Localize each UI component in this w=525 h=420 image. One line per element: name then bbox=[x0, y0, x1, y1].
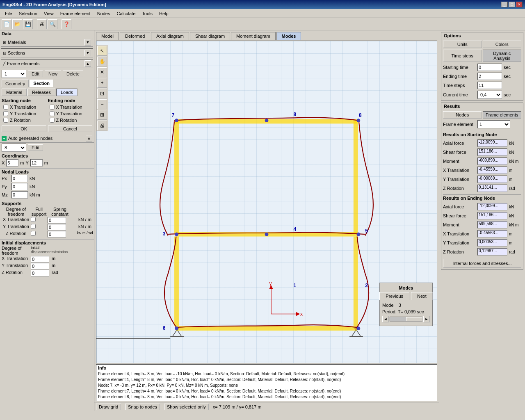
x-trans-s-unit: m bbox=[509, 168, 521, 173]
coord-x-input[interactable] bbox=[6, 159, 18, 167]
ending-time-input[interactable] bbox=[477, 73, 502, 80]
next-btn[interactable]: Next bbox=[411, 292, 433, 300]
tab-axial[interactable]: Axial diagram bbox=[151, 32, 189, 40]
scroll-track[interactable] bbox=[390, 317, 422, 322]
starting-time-input[interactable] bbox=[477, 64, 502, 71]
ok-btn[interactable]: OK bbox=[2, 126, 46, 132]
dynamic-analysis-btn[interactable]: Dynamic Analysis bbox=[483, 50, 522, 62]
snap-nodes-btn[interactable]: Snap to nodes bbox=[125, 404, 160, 410]
zr-spring-input[interactable] bbox=[48, 231, 66, 237]
scroll-thumb[interactable] bbox=[406, 317, 422, 321]
y-trans-s-row: Y Translation -0,00069... m bbox=[443, 176, 521, 183]
zoom-frame-tool[interactable]: ⊡ bbox=[97, 89, 107, 98]
tab-shear[interactable]: Shear diagram bbox=[190, 32, 230, 40]
main-area: Data ⊞ Materials ▼ ⊟ Sections ▼ ╱ Frame … bbox=[0, 30, 525, 411]
start-zr-check[interactable] bbox=[3, 118, 8, 123]
loads-subtab[interactable]: Loads bbox=[56, 89, 78, 96]
start-yt-check[interactable] bbox=[3, 111, 8, 116]
time-steps-input[interactable] bbox=[477, 82, 502, 89]
colors-btn[interactable]: Colors bbox=[483, 41, 522, 48]
save-tool-btn[interactable]: 💾 bbox=[23, 19, 33, 29]
menu-item-file[interactable]: File bbox=[2, 10, 16, 17]
info-line: Frame element:4, Length= 8 m, Ver. load=… bbox=[98, 371, 435, 377]
zoom-tool-btn[interactable]: 🔍 bbox=[48, 19, 57, 29]
edit-frame-btn[interactable]: Edit bbox=[28, 71, 43, 77]
material-subtab[interactable]: Material bbox=[2, 89, 27, 96]
restore-btn[interactable]: □ bbox=[509, 2, 515, 7]
end-zr-check[interactable] bbox=[50, 118, 55, 123]
print-canvas-tool[interactable]: 🖨 bbox=[97, 121, 107, 130]
mz-input[interactable] bbox=[11, 191, 28, 199]
scroll-left-btn[interactable]: ◄ bbox=[382, 316, 389, 322]
fit-tool[interactable]: ⊞ bbox=[97, 110, 107, 120]
canvas-view[interactable]: ↖ ✋ ✕ + ⊡ − ⊞ 🖨 x y bbox=[96, 41, 437, 363]
menu-item-calculate[interactable]: Calculate bbox=[113, 10, 139, 17]
zr-full-check[interactable] bbox=[31, 231, 36, 236]
y-trans-e-value: 0,00053... bbox=[477, 239, 507, 247]
show-selected-btn[interactable]: Show selected only bbox=[164, 404, 209, 410]
auto-node-edit-btn[interactable]: Edit bbox=[28, 144, 43, 151]
time-steps-btn[interactable]: Time steps bbox=[443, 50, 482, 62]
menu-item-tools[interactable]: Tools bbox=[139, 10, 156, 17]
print-tool-btn[interactable]: 🖨 bbox=[37, 19, 47, 29]
internal-forces-btn[interactable]: Internal forces and stresses... bbox=[443, 259, 521, 268]
current-time-select[interactable]: 0,4 bbox=[477, 91, 502, 99]
draw-grid-btn[interactable]: Draw grid bbox=[96, 404, 121, 410]
scroll-right-btn[interactable]: ► bbox=[423, 316, 430, 322]
menu-item-nodes[interactable]: Nodes bbox=[94, 10, 114, 17]
z-rot-s-label: Z Rotation bbox=[443, 186, 476, 191]
end-yt-check[interactable] bbox=[50, 111, 55, 116]
yt-full-check[interactable] bbox=[31, 224, 36, 229]
window-controls: _ □ ✕ bbox=[501, 2, 523, 7]
auto-nodes-collapse[interactable]: ▲ bbox=[86, 135, 92, 142]
section-tab[interactable]: Section bbox=[30, 80, 53, 87]
menu-item-selection[interactable]: Selection bbox=[16, 10, 41, 17]
xt-full-check[interactable] bbox=[31, 217, 36, 222]
units-btn[interactable]: Units bbox=[443, 41, 482, 48]
geometry-tab[interactable]: Geometry bbox=[2, 80, 29, 87]
zoom-in-tool[interactable]: + bbox=[97, 78, 107, 88]
coord-y-input[interactable] bbox=[30, 159, 43, 167]
tab-model[interactable]: Model bbox=[96, 32, 119, 40]
materials-collapse[interactable]: ▼ bbox=[84, 39, 91, 46]
new-frame-btn[interactable]: New bbox=[45, 71, 61, 77]
zoom-out-tool[interactable]: − bbox=[97, 99, 107, 109]
zr-init-input[interactable] bbox=[31, 270, 49, 276]
menu-item-frame element[interactable]: Frame element bbox=[57, 10, 94, 17]
start-xt-check[interactable] bbox=[3, 105, 8, 110]
sections-collapse[interactable]: ▼ bbox=[84, 50, 91, 56]
previous-btn[interactable]: Previous bbox=[379, 292, 409, 300]
xt-spring-input[interactable] bbox=[48, 217, 66, 224]
frame-elements-result-btn[interactable]: Frame elements bbox=[483, 111, 522, 119]
open-tool-btn[interactable]: 📂 bbox=[12, 19, 22, 29]
delete-frame-btn[interactable]: Delete bbox=[63, 71, 83, 77]
frame-elements-collapse[interactable]: ▲ bbox=[84, 60, 91, 67]
new-tool-btn[interactable]: 📄 bbox=[2, 19, 11, 29]
minimize-btn[interactable]: _ bbox=[501, 2, 508, 7]
tab-modes[interactable]: Modes bbox=[276, 32, 301, 40]
close-btn[interactable]: ✕ bbox=[516, 2, 523, 7]
yt-init-input[interactable] bbox=[31, 263, 49, 269]
help-tool-btn[interactable]: ❓ bbox=[62, 19, 71, 29]
frame-id-select[interactable]: 1 bbox=[2, 70, 26, 78]
xt-init-input[interactable] bbox=[31, 256, 49, 262]
menu-item-help[interactable]: Help bbox=[156, 10, 172, 17]
px-input[interactable] bbox=[11, 175, 28, 182]
frame-element-result-select[interactable]: 1 bbox=[477, 120, 510, 128]
py-input[interactable] bbox=[11, 183, 28, 190]
end-xt-check[interactable] bbox=[50, 105, 55, 110]
materials-icon: ⊞ bbox=[3, 40, 6, 45]
menu-item-view[interactable]: View bbox=[41, 10, 57, 17]
pan-tool[interactable]: ✋ bbox=[97, 57, 107, 66]
cross-tool[interactable]: ✕ bbox=[97, 67, 107, 77]
nodes-result-btn[interactable]: Nodes bbox=[443, 111, 482, 119]
releases-subtab[interactable]: Releases bbox=[27, 89, 55, 96]
frame-elements-label: Frame elements bbox=[7, 61, 39, 66]
auto-node-select[interactable]: 8 bbox=[2, 144, 26, 152]
period-value: 0,039 sec bbox=[404, 309, 424, 314]
yt-spring-input[interactable] bbox=[48, 224, 66, 231]
tab-deformed[interactable]: Deformed bbox=[120, 32, 150, 40]
tab-moment[interactable]: Moment diagram bbox=[231, 32, 276, 40]
cancel-btn[interactable]: Cancel bbox=[48, 126, 93, 132]
select-tool[interactable]: ↖ bbox=[97, 46, 107, 56]
